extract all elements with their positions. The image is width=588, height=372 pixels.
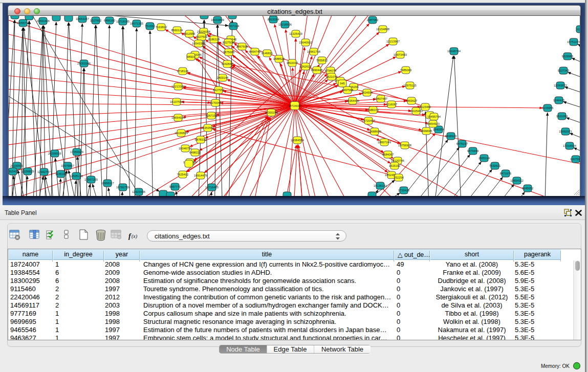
svg-text:11353594: 11353594 [201,126,214,129]
svg-text:1588520: 1588520 [273,57,285,60]
svg-text:15720407: 15720407 [362,119,375,122]
svg-text:9245652: 9245652 [522,187,534,190]
svg-text:15751074: 15751074 [567,40,580,43]
svg-text:12942757: 12942757 [37,170,51,173]
svg-text:20206516: 20206516 [48,152,61,155]
svg-text:12923446: 12923446 [132,190,145,193]
svg-text:19654923: 19654923 [426,122,440,125]
svg-text:2935114: 2935114 [478,157,490,160]
svg-text:19166829: 19166829 [175,132,188,135]
svg-text:8813054: 8813054 [268,18,279,21]
svg-text:10973493: 10973493 [394,53,407,56]
svg-text:10807487: 10807487 [374,97,387,100]
svg-text:10975867: 10975867 [61,164,74,167]
svg-text:9327508: 9327508 [223,41,234,44]
svg-text:1621072: 1621072 [326,75,338,78]
svg-text:9329966: 9329966 [562,55,574,58]
svg-text:9115460: 9115460 [420,105,431,108]
svg-text:2867608: 2867608 [236,45,248,48]
svg-text:10958117: 10958117 [101,182,114,185]
svg-text:20691406: 20691406 [36,19,50,23]
svg-text:6497568: 6497568 [342,89,354,92]
svg-text:6466160: 6466160 [104,19,116,22]
svg-text:3822037: 3822037 [287,61,298,64]
svg-text:9699695: 9699695 [421,129,432,133]
svg-text:12975115: 12975115 [403,84,416,87]
svg-text:9327503: 9327503 [196,35,208,38]
svg-text:1733426: 1733426 [398,189,410,192]
svg-text:12505135: 12505135 [70,174,83,178]
svg-text:11127: 11127 [576,28,580,31]
svg-text:9227343: 9227343 [558,69,570,72]
svg-text:16107554: 16107554 [170,100,184,103]
svg-text:19756928: 19756928 [398,144,411,147]
svg-text:7485063: 7485063 [400,69,412,72]
svg-text:10719185: 10719185 [116,20,129,23]
svg-text:17359924: 17359924 [70,150,84,154]
svg-text:10046756: 10046756 [179,147,192,150]
svg-text:16914479: 16914479 [194,174,207,177]
svg-text:16154808: 16154808 [376,28,389,31]
svg-text:1615192: 1615192 [389,164,401,167]
svg-text:16120746: 16120746 [391,159,404,162]
svg-text:16648784: 16648784 [447,50,461,53]
svg-text:12213967: 12213967 [386,40,400,43]
svg-text:1167533: 1167533 [570,158,580,161]
svg-text:16495794: 16495794 [427,115,441,118]
svg-text:10961758: 10961758 [307,50,320,53]
svg-text:12093872: 12093872 [554,84,567,87]
svg-text:17957255: 17957255 [84,178,98,181]
svg-text:7625402: 7625402 [177,173,189,176]
svg-text:8990448: 8990448 [311,69,323,72]
svg-text:9457771: 9457771 [169,185,181,188]
svg-text:5938923: 5938923 [445,135,457,138]
svg-text:1527602: 1527602 [90,19,102,22]
svg-text:18300295: 18300295 [265,111,278,114]
svg-text:8454749: 8454749 [249,50,261,53]
svg-text:2718126: 2718126 [177,70,189,73]
svg-text:252254: 252254 [394,176,404,179]
svg-text:29053346: 29053346 [77,62,91,65]
svg-text:11325419: 11325419 [289,32,302,35]
svg-text:3824554: 3824554 [361,91,373,94]
svg-text:9463627: 9463627 [406,99,418,102]
svg-text:8427552: 8427552 [213,89,225,92]
svg-text:7955812: 7955812 [316,59,328,62]
svg-text:16033809: 16033809 [211,18,224,21]
svg-text:10654112: 10654112 [510,179,523,182]
svg-text:15692971: 15692971 [559,130,572,133]
svg-text:16782759: 16782759 [116,186,129,189]
svg-text:7632621: 7632621 [489,164,501,167]
svg-text:18724007: 18724007 [288,104,301,107]
svg-text:16543382: 16543382 [192,42,205,45]
svg-text:2803144: 2803144 [217,76,229,79]
svg-text:15640910: 15640910 [299,41,312,44]
svg-text:9146821: 9146821 [262,52,273,55]
svg-text:10025453: 10025453 [409,110,423,113]
svg-text:5878332: 5878332 [195,138,207,141]
svg-text:1145194: 1145194 [55,172,67,176]
svg-text:18807249: 18807249 [378,141,391,144]
svg-text:8215955: 8215955 [542,106,554,110]
svg-text:19654923: 19654923 [171,116,185,119]
svg-text:6479197: 6479197 [456,142,468,145]
svg-text:10688609: 10688609 [368,130,381,133]
svg-text:7163822: 7163822 [156,26,167,29]
svg-text:5267150: 5267150 [206,114,217,117]
svg-text:12213389: 12213389 [171,85,185,88]
svg-text:6216067: 6216067 [386,103,398,106]
svg-text:9242848: 9242848 [222,62,233,65]
svg-text:6794078: 6794078 [325,69,337,72]
svg-text:1640954: 1640954 [433,128,445,131]
svg-text:15716485: 15716485 [205,186,219,189]
svg-text:19218506: 19218506 [278,23,292,26]
svg-text:751552: 751552 [145,25,155,28]
svg-text:8186328: 8186328 [208,38,220,41]
svg-text:8912956: 8912956 [184,32,195,35]
svg-text:9170048: 9170048 [210,101,222,104]
svg-text:11156829: 11156829 [21,170,34,173]
svg-text:10653267: 10653267 [76,17,89,20]
svg-text:1244415: 1244415 [553,99,565,102]
svg-text:16671355: 16671355 [130,22,143,25]
svg-text:9684067: 9684067 [382,153,394,156]
